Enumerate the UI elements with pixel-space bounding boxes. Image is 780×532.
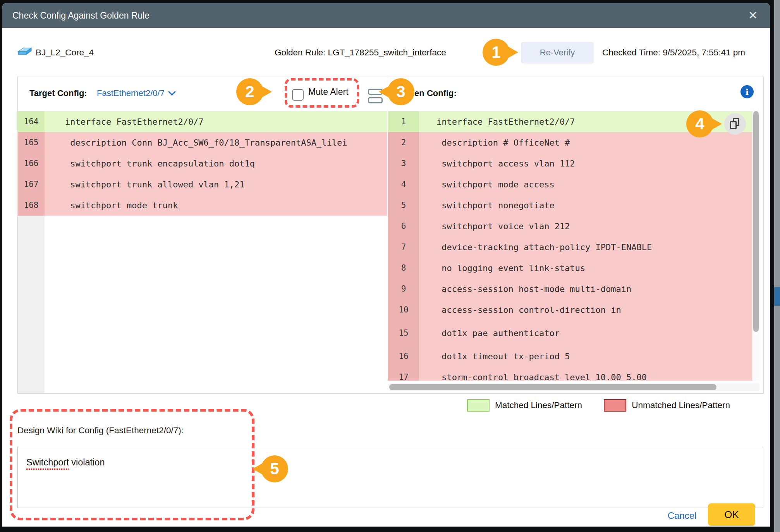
dialog-titlebar: Check Config Against Golden Rule ✕ — [2, 3, 770, 28]
target-config-dropdown[interactable]: FastEthernet2/0/7 — [97, 85, 175, 101]
code-line: 6 switchport voice vlan 212 — [388, 216, 754, 237]
line-number: 8 — [388, 257, 419, 278]
line-number: 2 — [388, 132, 419, 153]
code-text: dot1x pae authenticator — [419, 328, 560, 338]
code-line: 8 no logging event link-status — [388, 257, 754, 278]
code-text: switchport trunk allowed vlan 1,21 — [45, 180, 245, 189]
unmatched-legend-label: Unmatched Lines/Pattern — [632, 400, 730, 410]
line-number: 10 — [388, 299, 419, 320]
code-text: description Conn BJ_Acc_SW6_f0/18_Transp… — [45, 138, 347, 148]
line-number: 164 — [18, 111, 45, 132]
design-wiki-textarea[interactable]: Switchport violation — [17, 447, 763, 508]
line-number: 17 — [388, 367, 419, 381]
code-text: switchport mode trunk — [45, 201, 178, 210]
checked-time-label: Checked Time: 9/5/2025, 7:55:41 pm — [602, 42, 745, 63]
code-line: 7 device-tracking attach-policy IPDT-ENA… — [388, 237, 754, 257]
line-number: 165 — [18, 132, 45, 153]
line-number: 15 — [388, 320, 419, 346]
line-number: 9 — [388, 278, 419, 299]
code-line: 165 description Conn BJ_Acc_SW6_f0/18_Tr… — [18, 132, 387, 153]
line-number: 167 — [18, 174, 45, 195]
annotation-badge-3: 3 — [387, 78, 414, 105]
line-number: 5 — [388, 195, 419, 216]
device-name: BJ_L2_Core_4 — [36, 42, 94, 63]
screen-frame: Check Config Against Golden Rule ✕ BJ_L2… — [0, 0, 780, 532]
annotation-badge-5: 5 — [261, 455, 288, 482]
golden-config-code: 1interface FastEthernet2/0/72 descriptio… — [388, 111, 754, 381]
reverify-button[interactable]: Re-Verify — [521, 42, 594, 63]
dialog-title: Check Config Against Golden Rule — [12, 3, 149, 28]
code-line: 164interface FastEthernet2/0/7 — [18, 111, 387, 132]
mute-alert-checkbox[interactable] — [292, 89, 304, 101]
target-config-value: FastEthernet2/0/7 — [97, 88, 165, 98]
matched-legend-swatch — [467, 399, 490, 412]
code-line: 15 dot1x pae authenticator — [388, 320, 754, 346]
code-text: access-session host-mode multi-domain — [419, 284, 631, 294]
code-text: storm-control broadcast level 10.00 5.00 — [419, 372, 647, 381]
wiki-text: violation — [69, 457, 105, 467]
matched-legend-label: Matched Lines/Pattern — [495, 400, 582, 410]
golden-config-vertical-scrollbar[interactable] — [752, 111, 759, 381]
line-number: 7 — [388, 237, 419, 257]
diff-legend: Matched Lines/Pattern Unmatched Lines/Pa… — [467, 398, 763, 413]
code-line: 168 switchport mode trunk — [18, 195, 387, 216]
wiki-text-misspelled: Switchport — [26, 457, 69, 467]
code-text: switchport trunk encapsulation dot1q — [45, 159, 255, 168]
copy-icon — [730, 118, 740, 130]
mute-alert-label: Mute Alert — [308, 84, 349, 100]
code-text: interface FastEthernet2/0/7 — [419, 117, 575, 127]
ok-button[interactable]: OK — [708, 503, 755, 526]
code-text: access-session control-direction in — [419, 305, 621, 315]
window-right-scroll-strip — [774, 0, 780, 532]
target-config-label: Target Config: — [29, 85, 87, 101]
switch-device-icon — [17, 47, 32, 59]
copy-button[interactable] — [724, 113, 746, 135]
line-number: 3 — [388, 153, 419, 174]
code-text: switchport access vlan 112 — [419, 159, 575, 168]
code-line: 17 storm-control broadcast level 10.00 5… — [388, 367, 754, 381]
code-text: no logging event link-status — [419, 263, 585, 273]
code-text: switchport mode access — [419, 180, 555, 189]
target-config-code: 164interface FastEthernet2/0/7165 descri… — [18, 111, 387, 393]
line-number: 6 — [388, 216, 419, 237]
line-number: 4 — [388, 174, 419, 195]
code-line: 9 access-session host-mode multi-domain — [388, 278, 754, 299]
close-icon[interactable]: ✕ — [746, 9, 760, 22]
unmatched-legend-swatch — [604, 399, 626, 412]
code-text: switchport nonegotiate — [419, 201, 555, 210]
line-number: 16 — [388, 346, 419, 367]
code-line: 10 access-session control-direction in — [388, 299, 754, 320]
code-line: 5 switchport nonegotiate — [388, 195, 754, 216]
code-line: 4 switchport mode access — [388, 174, 754, 195]
code-line: 166 switchport trunk encapsulation dot1q — [18, 153, 387, 174]
code-text: dot1x timeout tx-period 5 — [419, 352, 570, 361]
code-text: device-tracking attach-policy IPDT-ENABL… — [419, 242, 652, 252]
code-text: switchport voice vlan 212 — [419, 221, 570, 231]
golden-config-horizontal-scrollbar[interactable] — [388, 383, 759, 391]
vertical-scrollbar-thumb[interactable] — [753, 111, 759, 332]
code-line: 3 switchport access vlan 112 — [388, 153, 754, 174]
info-icon[interactable]: i — [740, 85, 754, 98]
horizontal-scrollbar-thumb[interactable] — [389, 384, 716, 390]
design-wiki-label: Design Wiki for Config (FastEthernet2/0/… — [17, 424, 184, 438]
cancel-button[interactable]: Cancel — [663, 507, 701, 523]
check-config-dialog: Check Config Against Golden Rule ✕ BJ_L2… — [2, 3, 770, 527]
annotation-badge-2: 2 — [236, 78, 263, 105]
window-scrollbar-thumb[interactable] — [774, 287, 780, 306]
annotation-badge-1: 1 — [483, 39, 510, 66]
code-line: 16 dot1x timeout tx-period 5 — [388, 346, 754, 367]
code-text: interface FastEthernet2/0/7 — [45, 117, 204, 127]
line-number: 168 — [18, 195, 45, 216]
line-number: 1 — [388, 111, 419, 132]
annotation-badge-4: 4 — [686, 110, 713, 137]
code-line: 167 switchport trunk allowed vlan 1,21 — [18, 174, 387, 195]
code-text: description # OfficeNet # — [419, 138, 570, 148]
golden-rule-label: Golden Rule: LGT_178255_switch_interface — [275, 42, 446, 63]
chevron-down-icon — [168, 88, 176, 96]
line-number: 166 — [18, 153, 45, 174]
